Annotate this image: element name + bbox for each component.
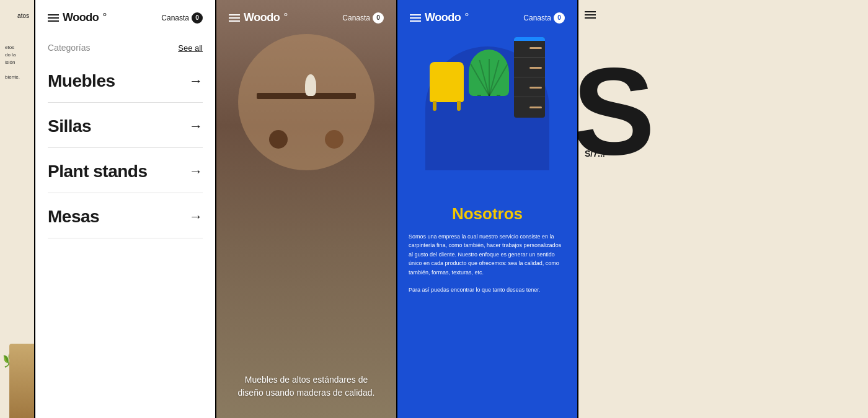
categories-header: Categorías See all [35,33,215,58]
menu-item-plant-stands[interactable]: Plant stands → [48,148,203,193]
arrow-icon-mesas: → [189,209,203,225]
hero-table-scene [250,74,362,173]
partial-right-header [578,11,868,27]
menu-item-muebles[interactable]: Muebles → [48,58,203,103]
vase-object [305,74,316,96]
blue-products [397,37,577,118]
blue-hamburger-icon[interactable] [410,14,421,22]
cabinet-handle-4 [529,107,542,108]
cart-label: Canasta [161,14,189,22]
menu-item-label-sillas: Sillas [48,116,91,136]
cabinet-handle-3 [529,87,542,89]
blue-header: Woodo° Canasta 0 [397,0,577,33]
arrow-icon-muebles: → [189,73,203,89]
cart-area-partial[interactable]: atos [17,12,29,19]
nosotros-title: Nosotros [397,204,577,224]
blue-cart-label: Canasta [523,14,551,22]
hero-cart-badge: 0 [373,12,384,24]
card-menu: Woodo° Canasta 0 Categorías See all Mueb… [35,0,215,418]
partial-right-hamburger[interactable] [585,11,596,19]
cart-area[interactable]: Canasta 0 [161,12,203,24]
product-partial [9,344,34,418]
cart-label-partial: atos [17,12,29,19]
blue-cart-area[interactable]: Canasta 0 [523,12,565,24]
hamburger-icon[interactable] [48,14,59,22]
partial-left-nav: atos [0,11,34,19]
menu-item-label-plant-stands: Plant stands [48,162,147,181]
nosotros-text-1: Somos una empresa la cual nuestro servic… [409,232,566,277]
arrow-icon-plant-stands: → [189,163,203,180]
card-hero: Woodo° Canasta 0 Muebles de altos estánd… [216,0,396,418]
hero-cart-label: Canasta [342,14,370,22]
see-all-link[interactable]: See all [178,43,203,53]
green-fan-chair [469,50,509,96]
menu-item-label-muebles: Muebles [48,71,115,91]
menu-item-label-mesas: Mesas [48,207,99,227]
brand-dot: ° [102,11,107,24]
brand-name: Woodo [63,11,99,24]
nosotros-text-2: Para así puedas encontrar lo que tanto d… [409,285,566,294]
cart-badge: 0 [192,12,203,24]
arrow-icon-sillas: → [189,118,203,134]
table-leg-left [269,130,288,149]
card-blue: Woodo° Canasta 0 [397,0,577,418]
menu-header: Woodo° Canasta 0 [35,0,215,33]
hero-header: Woodo° Canasta 0 [216,0,396,33]
table-leg-right [325,130,343,149]
hero-cart-area[interactable]: Canasta 0 [342,12,384,24]
cabinet-object [514,37,545,118]
logo-area: Woodo° [48,11,107,24]
blue-brand-dot: ° [464,11,469,24]
blue-logo-area: Woodo° [410,11,469,24]
blue-brand-name: Woodo [425,11,461,24]
hero-logo-area: Woodo° [229,11,288,24]
blue-cart-badge: 0 [554,12,565,24]
cabinet-handle-1 [529,47,542,49]
menu-item-mesas[interactable]: Mesas → [48,193,203,238]
hero-caption: Muebles de altos estándares de diseño us… [216,373,396,399]
menu-items-list: Muebles → Sillas → Plant stands → Mesas … [35,58,215,238]
hero-brand-dot: ° [283,11,288,24]
hero-hamburger-icon[interactable] [229,14,240,22]
partial-left-body: etos do la isión biente. [0,19,25,81]
yellow-chair [430,62,464,102]
price-tag: S/7... [585,149,605,159]
cabinet-handle-2 [529,67,542,69]
categories-label: Categorías [48,43,90,53]
menu-item-sillas[interactable]: Sillas → [48,103,203,148]
nosotros-body: Somos una empresa la cual nuestro servic… [409,232,566,295]
hero-brand-name: Woodo [244,11,280,24]
hero-caption-text: Muebles de altos estándares de diseño us… [237,375,374,398]
card-partial-right: S S/7... [578,0,868,418]
card-partial-left: atos etos do la isión biente. 🌿 [0,0,34,418]
